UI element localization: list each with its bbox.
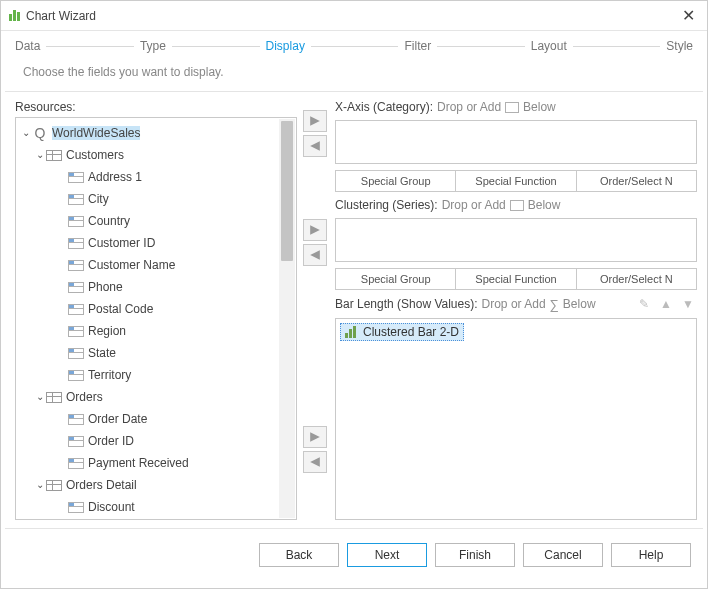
xaxis-special-function-button[interactable]: Special Function (456, 170, 576, 192)
clustering-zone-buttons: Special Group Special Function Order/Sel… (335, 268, 697, 290)
table-icon (45, 148, 63, 162)
tree-group-label: Orders Detail (66, 478, 137, 492)
title-bar: Chart Wizard ✕ (1, 1, 707, 31)
query-icon: Q (31, 126, 49, 140)
add-to-clustering-button[interactable] (303, 219, 327, 241)
step-layout[interactable]: Layout (531, 39, 567, 53)
step-separator (311, 46, 399, 47)
field-icon (67, 192, 85, 206)
tree-group-label: Orders (66, 390, 103, 404)
tree-group[interactable]: ⌄ Customers (16, 144, 296, 166)
step-separator (437, 46, 525, 47)
tree-field[interactable]: Customer ID (16, 232, 296, 254)
field-icon (67, 456, 85, 470)
next-button[interactable]: Next (347, 543, 427, 567)
scrollbar[interactable] (279, 119, 295, 518)
field-icon (67, 324, 85, 338)
finish-button[interactable]: Finish (435, 543, 515, 567)
field-icon (67, 412, 85, 426)
step-type[interactable]: Type (140, 39, 166, 53)
add-to-values-button[interactable] (303, 426, 327, 448)
clustering-order-select-n-button[interactable]: Order/Select N (577, 268, 697, 290)
close-icon[interactable]: ✕ (678, 8, 699, 24)
sigma-icon: ∑ (550, 297, 559, 312)
help-button[interactable]: Help (611, 543, 691, 567)
edit-value-button[interactable]: ✎ (635, 296, 653, 312)
caret-down-icon[interactable]: ⌄ (20, 127, 31, 138)
xaxis-drop-zone[interactable] (335, 120, 697, 164)
step-separator (172, 46, 260, 47)
field-icon (510, 200, 524, 211)
field-icon (67, 434, 85, 448)
value-item[interactable]: Clustered Bar 2-D (340, 323, 464, 341)
tree-field[interactable]: Payment Received (16, 452, 296, 474)
field-icon (67, 302, 85, 316)
resources-tree[interactable]: ⌄ Q WorldWideSales ⌄ Customers Address 1… (15, 117, 297, 520)
clustering-drop-zone[interactable] (335, 218, 697, 262)
tree-field[interactable]: Phone (16, 276, 296, 298)
remove-from-xaxis-button[interactable] (303, 135, 327, 157)
tree-group[interactable]: ⌄ Orders (16, 386, 296, 408)
step-separator (46, 46, 134, 47)
tree-field[interactable]: State (16, 342, 296, 364)
scrollbar-thumb[interactable] (281, 121, 293, 261)
tree-field[interactable]: Country (16, 210, 296, 232)
move-down-button[interactable]: ▼ (679, 296, 697, 312)
values-zone-label: Bar Length (Show Values): Drop or Add ∑ … (335, 296, 697, 312)
step-style[interactable]: Style (666, 39, 693, 53)
xaxis-zone-buttons: Special Group Special Function Order/Sel… (335, 170, 697, 192)
table-icon (45, 390, 63, 404)
tree-group-label: Customers (66, 148, 124, 162)
tree-field[interactable]: Order ID (16, 430, 296, 452)
remove-from-values-button[interactable] (303, 451, 327, 473)
clustering-special-function-button[interactable]: Special Function (456, 268, 576, 290)
app-icon (9, 10, 20, 21)
field-icon (505, 102, 519, 113)
step-subtitle: Choose the fields you want to display. (1, 61, 707, 91)
values-drop-zone[interactable]: Clustered Bar 2-D (335, 318, 697, 520)
tree-field[interactable]: Postal Code (16, 298, 296, 320)
move-up-button[interactable]: ▲ (657, 296, 675, 312)
step-display[interactable]: Display (266, 39, 305, 53)
step-filter[interactable]: Filter (404, 39, 431, 53)
clustering-special-group-button[interactable]: Special Group (335, 268, 456, 290)
field-icon (67, 236, 85, 250)
wizard-steps: Data Type Display Filter Layout Style (1, 31, 707, 61)
tree-field[interactable]: Order Date (16, 408, 296, 430)
tree-field[interactable]: Address 1 (16, 166, 296, 188)
table-icon (45, 478, 63, 492)
wizard-footer: Back Next Finish Cancel Help (1, 529, 707, 583)
field-icon (67, 500, 85, 514)
field-icon (67, 258, 85, 272)
field-icon (67, 280, 85, 294)
step-data[interactable]: Data (15, 39, 40, 53)
tree-field[interactable]: Region (16, 320, 296, 342)
value-item-label: Clustered Bar 2-D (363, 325, 459, 339)
step-separator (573, 46, 661, 47)
xaxis-special-group-button[interactable]: Special Group (335, 170, 456, 192)
tree-field[interactable]: Customer Name (16, 254, 296, 276)
remove-from-clustering-button[interactable] (303, 244, 327, 266)
resources-label: Resources: (15, 100, 297, 114)
caret-down-icon[interactable]: ⌄ (34, 479, 45, 490)
caret-down-icon[interactable]: ⌄ (34, 149, 45, 160)
bar-chart-icon (345, 326, 359, 338)
cancel-button[interactable]: Cancel (523, 543, 603, 567)
tree-field[interactable]: City (16, 188, 296, 210)
tree-root[interactable]: ⌄ Q WorldWideSales (16, 122, 296, 144)
field-icon (67, 214, 85, 228)
tree-field[interactable]: Discount (16, 496, 296, 518)
field-icon (67, 170, 85, 184)
tree-root-label: WorldWideSales (52, 126, 140, 140)
field-icon (67, 368, 85, 382)
back-button[interactable]: Back (259, 543, 339, 567)
window-title: Chart Wizard (26, 9, 678, 23)
caret-down-icon[interactable]: ⌄ (34, 391, 45, 402)
clustering-zone-label: Clustering (Series): Drop or Add Below (335, 198, 697, 212)
field-icon (67, 346, 85, 360)
xaxis-order-select-n-button[interactable]: Order/Select N (577, 170, 697, 192)
add-to-xaxis-button[interactable] (303, 110, 327, 132)
tree-group[interactable]: ⌄ Orders Detail (16, 474, 296, 496)
xaxis-zone-label: X-Axis (Category): Drop or Add Below (335, 100, 697, 114)
tree-field[interactable]: Territory (16, 364, 296, 386)
